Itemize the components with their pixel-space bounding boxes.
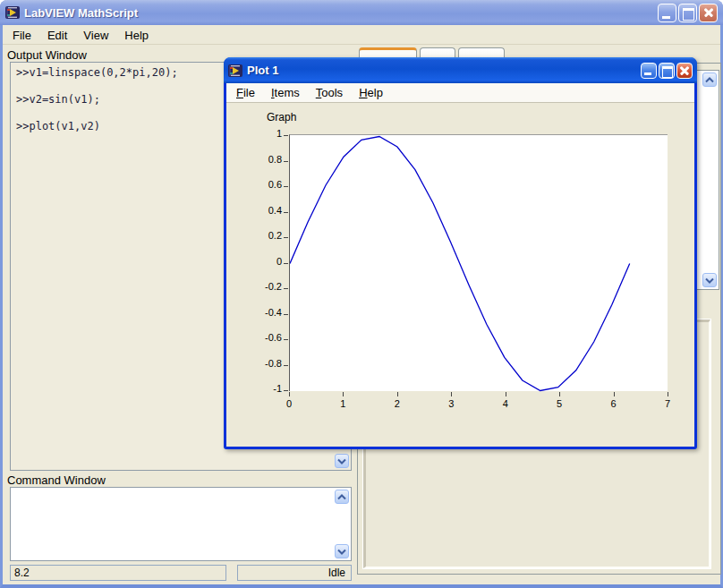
x-tick-mark <box>668 392 668 396</box>
command-scroll-down-icon[interactable] <box>335 544 349 558</box>
right-list-scroll-down-icon[interactable] <box>702 273 717 287</box>
y-tick-label: 0 <box>226 256 282 267</box>
output-window-label: Output Window <box>7 48 87 62</box>
x-tick-label: 4 <box>489 398 522 409</box>
menu-item-tools[interactable]: Tools <box>308 84 351 101</box>
y-tick-label: -0.2 <box>226 281 282 292</box>
x-tick-label: 1 <box>327 398 359 409</box>
main-menubar: FileEditViewHelp <box>3 26 720 45</box>
menu-item-view[interactable]: View <box>75 27 116 44</box>
y-tick-label: 0.8 <box>226 154 282 165</box>
menu-item-file[interactable]: File <box>4 27 39 44</box>
y-tick-label: -0.8 <box>226 358 282 369</box>
y-tick-mark <box>284 365 288 366</box>
y-tick-mark <box>284 390 288 391</box>
main-minimize-button[interactable] <box>658 4 676 22</box>
plot-client-area: Graph 10.80.60.40.20-0.2-0.4-0.6-0.8-1 0… <box>226 103 694 447</box>
x-tick-mark <box>614 392 615 396</box>
plot-maximize-button[interactable] <box>659 63 675 79</box>
x-tick-mark <box>506 392 506 396</box>
sine-curve <box>290 135 668 392</box>
y-tick-mark <box>284 288 288 289</box>
y-tick-label: -0.6 <box>226 332 282 343</box>
main-window-title: LabVIEW MathScript <box>24 6 658 20</box>
y-tick-label: 1 <box>226 128 282 139</box>
x-tick-label: 3 <box>435 398 467 409</box>
x-tick-mark <box>343 392 344 396</box>
main-maximize-button[interactable] <box>678 4 697 22</box>
y-tick-mark <box>284 237 288 238</box>
x-tick-label: 6 <box>598 398 630 409</box>
x-tick-mark <box>397 392 398 396</box>
plot-close-button[interactable] <box>676 63 693 79</box>
y-tick-mark <box>284 339 288 340</box>
labview-icon <box>5 5 20 20</box>
y-tick-mark <box>284 186 288 187</box>
plot-minimize-button[interactable] <box>641 63 657 79</box>
status-state: Idle <box>237 565 352 581</box>
menu-item-help[interactable]: Help <box>116 27 157 44</box>
command-input[interactable] <box>10 487 352 561</box>
y-tick-label: -1 <box>226 383 282 394</box>
menu-item-help[interactable]: Help <box>351 84 391 101</box>
y-tick-mark <box>284 212 288 213</box>
y-tick-mark <box>284 135 288 136</box>
x-tick-mark <box>451 392 452 396</box>
y-tick-label: 0.4 <box>226 205 282 216</box>
labview-icon <box>228 64 242 78</box>
y-tick-label: 0.6 <box>226 179 282 190</box>
main-titlebar[interactable]: LabVIEW MathScript <box>0 0 723 25</box>
plot-titlebar[interactable]: Plot 1 <box>224 57 697 83</box>
y-tick-mark <box>284 314 288 315</box>
command-scroll-up-icon[interactable] <box>335 490 349 504</box>
x-tick-mark <box>289 392 290 396</box>
plot-menubar: FileItemsToolsHelp <box>226 83 694 103</box>
y-tick-mark <box>284 263 288 264</box>
plot-window: Plot 1 FileItemsToolsHelp Graph 10.80.60… <box>224 57 697 449</box>
y-tick-label: 0.2 <box>226 230 282 241</box>
status-version: 8.2 <box>10 565 226 581</box>
y-tick-mark <box>284 161 288 162</box>
main-close-button[interactable] <box>699 4 718 22</box>
graph-title: Graph <box>267 111 296 124</box>
x-tick-label: 2 <box>381 398 413 409</box>
mathscript-window: LabVIEW MathScript FileEditViewHelp Outp… <box>0 0 723 588</box>
y-tick-label: -0.4 <box>226 307 282 318</box>
x-tick-mark <box>559 392 560 396</box>
x-tick-label: 5 <box>543 398 575 409</box>
x-tick-label: 0 <box>273 398 305 409</box>
menu-item-items[interactable]: Items <box>263 84 308 101</box>
plot-window-title: Plot 1 <box>247 64 641 77</box>
menu-item-file[interactable]: File <box>228 84 263 101</box>
right-list-scroll-up-icon[interactable] <box>702 72 717 87</box>
x-tick-label: 7 <box>651 398 684 409</box>
menu-item-edit[interactable]: Edit <box>39 27 75 44</box>
plot-area[interactable] <box>289 134 668 391</box>
output-scroll-down-icon[interactable] <box>335 454 349 468</box>
command-window-label: Command Window <box>7 473 106 487</box>
